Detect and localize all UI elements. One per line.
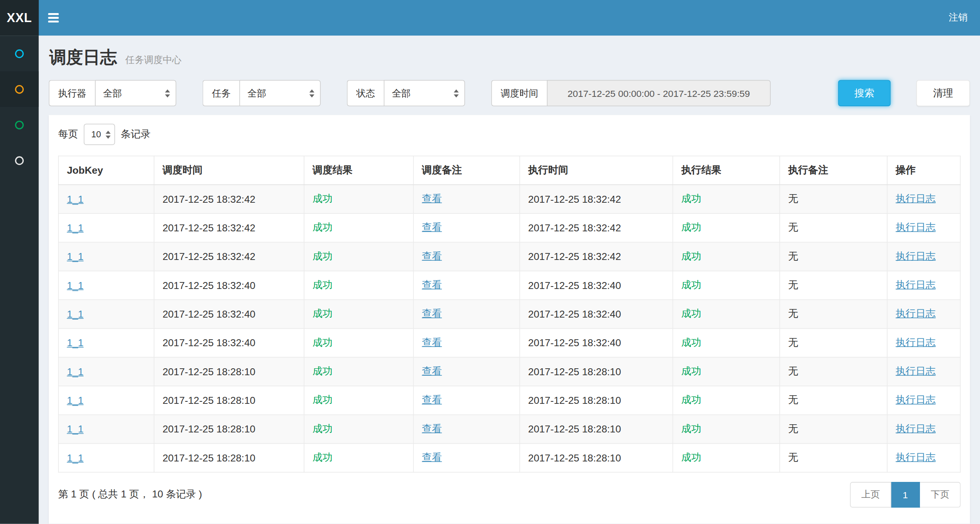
table-footer: 第 1 页 ( 总共 1 页， 10 条记录 ) 上页 1 下页	[58, 482, 960, 508]
trigger_result-cell: 成功	[304, 213, 414, 242]
jobkey-link[interactable]: 1_1	[67, 222, 84, 233]
main-layout: 调度日志 任务调度中心 执行器 全部 任务 全部	[0, 36, 980, 524]
trigger_msg-cell: 查看	[414, 300, 520, 328]
handle_time-cell: 2017-12-25 18:32:40	[520, 271, 673, 300]
jobkey-link[interactable]: 1_1	[67, 452, 84, 463]
sidebar-toggle-button[interactable]	[39, 0, 67, 36]
page-size-value: 10	[91, 130, 101, 139]
pagination-prev-button[interactable]: 上页	[850, 482, 891, 508]
action-cell: 执行日志	[887, 415, 960, 443]
action-link[interactable]: 执行日志	[896, 452, 936, 463]
action-link[interactable]: 执行日志	[896, 222, 936, 233]
jobkey-link[interactable]: 1_1	[67, 337, 84, 348]
jobkey-cell: 1_1	[58, 271, 154, 300]
action-link[interactable]: 执行日志	[896, 423, 936, 434]
page-size-select[interactable]: 10	[84, 124, 115, 145]
jobkey-link[interactable]: 1_1	[67, 366, 84, 376]
jobkey-link[interactable]: 1_1	[67, 423, 84, 434]
column-header-handle-result[interactable]: 执行结果	[673, 156, 780, 185]
app-logo[interactable]: XXL	[0, 0, 39, 36]
trigger_msg-link[interactable]: 查看	[422, 280, 442, 290]
pagination-summary: 第 1 页 ( 总共 1 页， 10 条记录 )	[58, 488, 202, 501]
trigger_time-cell: 2017-12-25 18:32:40	[154, 300, 304, 328]
action-cell: 执行日志	[887, 443, 960, 472]
table-row: 1_12017-12-25 18:32:42成功查看2017-12-25 18:…	[58, 242, 960, 271]
handle_msg-cell: 无	[780, 329, 887, 357]
action-link[interactable]: 执行日志	[896, 193, 936, 204]
column-header-handle-msg[interactable]: 执行备注	[780, 156, 887, 185]
handle_msg-cell: 无	[780, 242, 887, 271]
trigger_msg-link[interactable]: 查看	[422, 452, 442, 463]
trigger_msg-link[interactable]: 查看	[422, 423, 442, 434]
dispatch-log-table: JobKey 调度时间 调度结果 调度备注 执行时间 执行结果 执行备注 操作 …	[58, 156, 960, 472]
sidebar-item-help[interactable]	[0, 143, 39, 178]
handle_time-cell: 2017-12-25 18:28:10	[520, 357, 673, 386]
handle_time-cell: 2017-12-25 18:28:10	[520, 443, 673, 472]
action-link[interactable]: 执行日志	[896, 394, 936, 405]
action-link[interactable]: 执行日志	[896, 251, 936, 261]
jobkey-cell: 1_1	[58, 213, 154, 242]
trigger_msg-link[interactable]: 查看	[422, 337, 442, 347]
handle_msg-cell: 无	[780, 386, 887, 414]
column-header-action[interactable]: 操作	[887, 156, 960, 185]
jobkey-link[interactable]: 1_1	[67, 251, 84, 262]
job-select-value: 全部	[248, 87, 266, 99]
action-cell: 执行日志	[887, 357, 960, 386]
trigger_msg-cell: 查看	[414, 357, 520, 386]
column-header-jobkey[interactable]: JobKey	[58, 156, 154, 185]
handle_result-cell: 成功	[673, 386, 780, 414]
executor-filter-group: 执行器 全部	[49, 80, 176, 106]
table-row: 1_12017-12-25 18:32:40成功查看2017-12-25 18:…	[58, 300, 960, 328]
trigger_msg-link[interactable]: 查看	[422, 222, 442, 233]
sidebar-item-joblog[interactable]	[0, 71, 39, 107]
jobkey-link[interactable]: 1_1	[67, 309, 84, 319]
trigger_msg-cell: 查看	[414, 185, 520, 213]
trigger_time-cell: 2017-12-25 18:28:10	[154, 357, 304, 386]
action-link[interactable]: 执行日志	[896, 280, 936, 290]
table-row: 1_12017-12-25 18:32:42成功查看2017-12-25 18:…	[58, 213, 960, 242]
column-header-trigger-result[interactable]: 调度结果	[304, 156, 414, 185]
jobkey-cell: 1_1	[58, 386, 154, 414]
job-select[interactable]: 全部	[239, 80, 321, 106]
sidebar-item-jobinfo[interactable]	[0, 107, 39, 143]
pagination-next-button[interactable]: 下页	[920, 482, 960, 508]
executor-filter-label: 执行器	[49, 80, 95, 106]
trigger_msg-link[interactable]: 查看	[422, 251, 442, 261]
select-stepper-icon	[165, 89, 170, 97]
jobkey-link[interactable]: 1_1	[67, 280, 84, 290]
jobkey-link[interactable]: 1_1	[67, 395, 84, 405]
action-link[interactable]: 执行日志	[896, 366, 936, 376]
trigger_msg-link[interactable]: 查看	[422, 394, 442, 405]
handle_result-cell: 成功	[673, 185, 780, 213]
content-header: 调度日志 任务调度中心	[39, 36, 980, 72]
trigger_result-cell: 成功	[304, 415, 414, 443]
executor-select[interactable]: 全部	[95, 80, 176, 106]
handle_time-cell: 2017-12-25 18:28:10	[520, 386, 673, 414]
trigger_time-cell: 2017-12-25 18:32:42	[154, 242, 304, 271]
trigger_msg-link[interactable]: 查看	[422, 193, 442, 204]
column-header-trigger-time[interactable]: 调度时间	[154, 156, 304, 185]
trigger-time-range-input[interactable]: 2017-12-25 00:00:00 - 2017-12-25 23:59:5…	[547, 80, 771, 106]
trigger_msg-link[interactable]: 查看	[422, 366, 442, 376]
trigger_time-cell: 2017-12-25 18:32:40	[154, 271, 304, 300]
action-link[interactable]: 执行日志	[896, 337, 936, 347]
table-row: 1_12017-12-25 18:28:10成功查看2017-12-25 18:…	[58, 415, 960, 443]
jobkey-link[interactable]: 1_1	[67, 193, 84, 204]
column-header-handle-time[interactable]: 执行时间	[520, 156, 673, 185]
handle_msg-cell: 无	[780, 213, 887, 242]
clear-button[interactable]: 清理	[916, 80, 970, 106]
table-row: 1_12017-12-25 18:28:10成功查看2017-12-25 18:…	[58, 357, 960, 386]
action-link[interactable]: 执行日志	[896, 308, 936, 319]
column-header-trigger-msg[interactable]: 调度备注	[414, 156, 520, 185]
content-area: 调度日志 任务调度中心 执行器 全部 任务 全部	[39, 36, 980, 524]
search-button[interactable]: 搜索	[838, 80, 891, 106]
status-select[interactable]: 全部	[384, 80, 465, 106]
pagination-page-1-button[interactable]: 1	[891, 482, 920, 508]
trigger_result-cell: 成功	[304, 271, 414, 300]
sidebar-item-dashboard[interactable]	[0, 36, 39, 71]
action-cell: 执行日志	[887, 300, 960, 328]
logout-link[interactable]: 注销	[949, 12, 980, 24]
trigger_msg-link[interactable]: 查看	[422, 308, 442, 319]
jobkey-cell: 1_1	[58, 443, 154, 472]
jobkey-cell: 1_1	[58, 357, 154, 386]
